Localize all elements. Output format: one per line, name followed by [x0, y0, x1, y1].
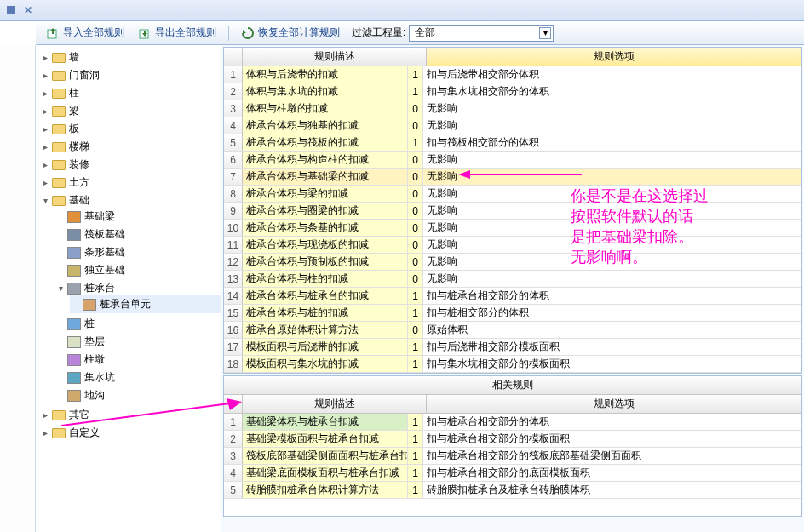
- expand-icon[interactable]: [56, 389, 66, 398]
- rule-desc-cell[interactable]: 桩承台体积与构造柱的扣减: [243, 152, 408, 168]
- table-row[interactable]: 4桩承台体积与独基的扣减0无影响: [224, 117, 801, 134]
- rule-option-cell[interactable]: 无影响: [423, 100, 801, 117]
- tree-node[interactable]: 独立基础: [55, 261, 221, 279]
- rule-option-cell[interactable]: 扣与集水坑相交部分的模板面积: [423, 356, 801, 372]
- rule-desc-cell[interactable]: 桩承台体积与桩的扣减: [243, 305, 408, 321]
- tree-node[interactable]: 地沟: [55, 386, 221, 404]
- tree-node[interactable]: ▸楼梯: [39, 138, 221, 156]
- rule-option-cell[interactable]: 无影响: [423, 152, 801, 168]
- rule-desc-cell[interactable]: 体积与后浇带的扣减: [243, 66, 408, 83]
- restore-rules-button[interactable]: 恢复全部计算规则: [236, 24, 345, 42]
- rule-code-cell[interactable]: 0: [408, 152, 423, 168]
- table-row[interactable]: 9桩承台体积与圈梁的扣减0无影响: [224, 203, 801, 220]
- table-row[interactable]: 11桩承台体积与现浇板的扣减0无影响: [224, 237, 801, 254]
- rule-code-cell[interactable]: 1: [408, 83, 423, 100]
- rule-option-cell[interactable]: 扣与后浇带相交部分模板面积: [423, 339, 801, 355]
- rule-desc-cell[interactable]: 体积与柱墩的扣减: [243, 100, 408, 117]
- expand-icon[interactable]: ▾: [56, 284, 66, 294]
- desc-header[interactable]: 规则描述: [243, 395, 427, 413]
- tree-node[interactable]: 条形基础: [55, 243, 221, 261]
- rule-code-cell[interactable]: 0: [408, 237, 423, 253]
- tree-node[interactable]: ▾桩承台 桩承台单元: [55, 279, 221, 315]
- opt-header[interactable]: 规则选项: [427, 395, 801, 413]
- expand-icon[interactable]: ▸: [41, 107, 50, 117]
- expand-icon[interactable]: ▸: [41, 89, 50, 99]
- table-row[interactable]: 16桩承台原始体积计算方法0原始体积: [224, 322, 801, 339]
- rule-desc-cell[interactable]: 桩承台体积与筏板的扣减: [243, 134, 408, 151]
- tree-pane[interactable]: ▸墙▸门窗洞▸柱▸梁▸板▸楼梯▸装修▸土方▾基础 基础梁 筏板基础 条形基础 独…: [36, 45, 221, 532]
- expand-icon[interactable]: [56, 317, 66, 327]
- tree-node[interactable]: 桩承台单元: [70, 295, 221, 313]
- table-row[interactable]: 1体积与后浇带的扣减1扣与后浇带相交部分体积: [224, 66, 801, 83]
- table-row[interactable]: 10桩承台体积与条基的扣减0无影响: [224, 220, 801, 237]
- table-row[interactable]: 14桩承台体积与桩承台的扣减1扣与桩承台相交部分的体积: [224, 288, 801, 305]
- desc-header[interactable]: 规则描述: [243, 48, 427, 66]
- table-row[interactable]: 12桩承台体积与预制板的扣减0无影响: [224, 254, 801, 271]
- rule-code-cell[interactable]: 1: [408, 305, 423, 321]
- table-row[interactable]: 17模板面积与后浇带的扣减1扣与后浇带相交部分模板面积: [224, 339, 801, 356]
- rule-code-cell[interactable]: 1: [408, 288, 423, 304]
- expand-icon[interactable]: [56, 335, 66, 345]
- rule-option-cell[interactable]: 无影响: [423, 237, 801, 253]
- expand-icon[interactable]: ▸: [41, 411, 50, 420]
- rule-code-cell[interactable]: 1: [408, 66, 423, 83]
- expand-icon[interactable]: [56, 210, 66, 220]
- tree-node[interactable]: 桩: [55, 315, 221, 333]
- table-row[interactable]: 3筏板底部基础梁侧面面积与桩承台扣1扣与桩承台相交部分的筏板底部基础梁侧面面积: [224, 448, 801, 465]
- table-row[interactable]: 5砖胎膜扣桩承台体积计算方法1砖胎膜扣桩承台及桩承台砖胎膜体积: [224, 482, 801, 499]
- expand-icon[interactable]: [56, 371, 66, 380]
- tree-node[interactable]: ▸土方: [39, 174, 221, 192]
- table-row[interactable]: 13桩承台体积与柱的扣减0无影响: [224, 271, 801, 288]
- tree-node[interactable]: ▸梁: [39, 102, 221, 120]
- table-row[interactable]: 4基础梁底面模板面积与桩承台扣减1扣与桩承台相交部分的底面模板面积: [224, 465, 801, 482]
- expand-icon[interactable]: [56, 353, 66, 363]
- rule-option-cell[interactable]: 扣与桩承台相交部分的筏板底部基础梁侧面面积: [423, 448, 801, 464]
- pin-icon[interactable]: [7, 6, 15, 14]
- rule-desc-cell[interactable]: 桩承台体积与现浇板的扣减: [243, 237, 408, 253]
- rule-option-cell[interactable]: 扣与筏板相交部分的体积: [423, 134, 801, 151]
- tree-node[interactable]: ▸门窗洞: [39, 66, 221, 84]
- rule-desc-cell[interactable]: 基础梁模板面积与桩承台扣减: [243, 431, 408, 447]
- rule-desc-cell[interactable]: 基础梁底面模板面积与桩承台扣减: [243, 465, 408, 481]
- rule-code-cell[interactable]: 0: [408, 169, 423, 185]
- rule-code-cell[interactable]: 1: [408, 465, 423, 481]
- rule-code-cell[interactable]: 1: [408, 448, 423, 464]
- expand-icon[interactable]: ▸: [41, 54, 50, 63]
- rule-desc-cell[interactable]: 砖胎膜扣桩承台体积计算方法: [243, 482, 408, 498]
- tree-node[interactable]: ▸自定义: [39, 424, 221, 442]
- rule-desc-cell[interactable]: 桩承台体积与预制板的扣减: [243, 254, 408, 270]
- expand-icon[interactable]: ▸: [41, 429, 50, 438]
- rule-desc-cell[interactable]: 桩承台体积与基础梁的扣减: [243, 169, 408, 185]
- expand-icon[interactable]: ▸: [41, 179, 50, 188]
- expand-icon[interactable]: [56, 246, 66, 255]
- tree-node[interactable]: ▸板: [39, 120, 221, 138]
- table-row[interactable]: 6桩承台体积与构造柱的扣减0无影响: [224, 152, 801, 169]
- rule-option-cell[interactable]: 无影响: [423, 254, 801, 270]
- rule-option-cell[interactable]: 扣与桩相交部分的体积: [423, 305, 801, 321]
- table-row[interactable]: 2体积与集水坑的扣减1扣与集水坑相交部分的体积: [224, 83, 801, 100]
- rule-option-cell[interactable]: 无影响: [423, 203, 801, 219]
- tree-node[interactable]: 集水坑: [55, 369, 221, 386]
- rule-option-cell[interactable]: 无影响: [423, 271, 801, 287]
- table-row[interactable]: 15桩承台体积与桩的扣减1扣与桩相交部分的体积: [224, 305, 801, 322]
- table-row[interactable]: 8桩承台体积与梁的扣减0无影响: [224, 186, 801, 203]
- rule-option-cell[interactable]: 原始体积: [423, 322, 801, 338]
- expand-icon[interactable]: ▸: [41, 161, 50, 170]
- rule-code-cell[interactable]: 0: [408, 186, 423, 202]
- rule-code-cell[interactable]: 1: [408, 431, 423, 447]
- rule-option-cell[interactable]: 无影响: [423, 169, 801, 185]
- tree-node[interactable]: ▾基础 基础梁 筏板基础 条形基础 独立基础▾桩承台 桩承台单元 桩 垫层 柱墩…: [39, 192, 221, 406]
- rule-desc-cell[interactable]: 筏板底部基础梁侧面面积与桩承台扣: [243, 448, 408, 464]
- rule-code-cell[interactable]: 0: [408, 220, 423, 236]
- rule-option-cell[interactable]: 扣与桩承台相交部分的模板面积: [423, 431, 801, 447]
- expand-icon[interactable]: [56, 264, 66, 273]
- filter-select[interactable]: 全部 ▾: [409, 25, 554, 42]
- rule-desc-cell[interactable]: 桩承台体积与梁的扣减: [243, 186, 408, 202]
- export-rules-button[interactable]: 导出全部规则: [133, 24, 221, 42]
- tree-node[interactable]: ▸墙: [39, 49, 221, 66]
- table-row[interactable]: 1基础梁体积与桩承台扣减1扣与桩承台相交部分的体积: [224, 414, 801, 431]
- rule-code-cell[interactable]: 0: [408, 117, 423, 134]
- rule-code-cell[interactable]: 0: [408, 254, 423, 270]
- rule-code-cell[interactable]: 1: [408, 356, 423, 372]
- rule-option-cell[interactable]: 扣与后浇带相交部分体积: [423, 66, 801, 83]
